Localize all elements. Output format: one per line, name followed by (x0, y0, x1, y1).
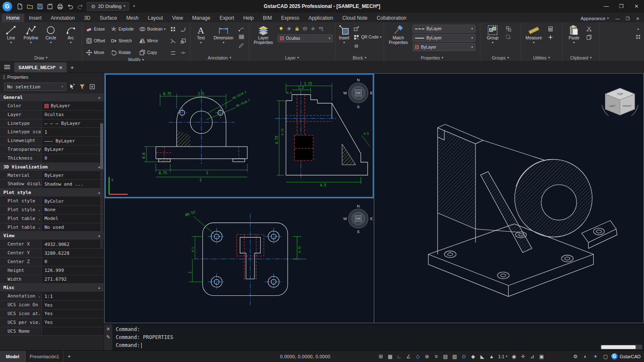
props-section-header[interactable]: View▲ (0, 232, 104, 240)
props-row[interactable]: Width271.6792 (0, 275, 104, 284)
ribbon-minimize-icon[interactable]: ▾ (635, 25, 642, 32)
color-control-dropdown[interactable]: ByLayer▾ (413, 25, 475, 33)
navigation-compass[interactable]: TOP N S W E (343, 204, 373, 234)
close-button[interactable]: ✕ (629, 0, 644, 13)
settings-gear-icon[interactable]: ⚙ (571, 352, 580, 361)
array-icon[interactable] (169, 26, 177, 33)
linetype-control-dropdown[interactable]: ByLayer▾ (413, 34, 475, 42)
properties-scrollbar[interactable] (100, 123, 103, 249)
layer-dropdown[interactable]: Ocultas ▾ (278, 34, 333, 42)
paste-button[interactable]: Paste▾ (565, 23, 583, 44)
tab-mesh[interactable]: Mesh (122, 14, 143, 22)
props-row[interactable]: Center X4932.9062 (0, 240, 104, 249)
copy-clip-icon[interactable] (585, 34, 592, 41)
ribbon-options-icon[interactable] (635, 34, 642, 41)
props-row[interactable]: Plot table ...No used (0, 223, 104, 232)
panel-label-properties[interactable]: Properties▾ (384, 54, 480, 61)
layer-isolate-icon[interactable] (301, 25, 309, 32)
tab-layout[interactable]: Layout (143, 14, 167, 22)
layer-off-icon[interactable] (309, 25, 317, 32)
transparency-icon[interactable]: ▨ (450, 352, 459, 361)
props-row[interactable]: Shadow displayShadow and ... (0, 180, 104, 189)
panel-label-annotation[interactable]: Annotation▾ (190, 54, 249, 61)
workspace-switcher[interactable]: 2D Drafting ▾ (87, 2, 129, 11)
props-row[interactable]: Annotation ...1:1 (0, 292, 104, 301)
undo-icon[interactable] (65, 2, 75, 11)
group-edit-icon[interactable] (505, 34, 512, 41)
markup-icon[interactable] (238, 41, 245, 48)
restore-button[interactable]: ❐ (614, 0, 629, 13)
boolean-button[interactable]: Boolean▾ (138, 25, 168, 33)
move-button[interactable]: Move (84, 49, 107, 57)
text-button[interactable]: A Text▾ (192, 23, 209, 44)
qr-code-button[interactable]: QR Code▾ (353, 34, 382, 41)
tab-surface[interactable]: Surface (95, 14, 122, 22)
props-section-header[interactable]: Misc▲ (0, 284, 104, 292)
props-row[interactable]: Center Y3280.6228 (0, 249, 104, 258)
tab-export[interactable]: Export (215, 14, 239, 22)
lineweight-display-icon[interactable]: ▤ (441, 352, 450, 361)
multileader-icon[interactable] (238, 25, 245, 32)
viewport-3d[interactable]: TOP LEFT FRONT (374, 74, 643, 323)
polyline-button[interactable]: Polyline▾ (22, 23, 40, 44)
object-snap-tracking-icon[interactable]: ⊕ (423, 352, 431, 361)
calculator-icon[interactable] (547, 25, 554, 32)
panel-label-clipboard[interactable]: Clipboard▾ (563, 54, 599, 61)
props-row[interactable]: Thickness0 (0, 154, 104, 163)
close-command-icon[interactable]: ✕ (106, 327, 110, 331)
open-file-icon[interactable] (25, 2, 35, 11)
tab-collaboration[interactable]: Collaboration (372, 14, 411, 22)
props-row[interactable]: UCS per vie...Yes (0, 318, 104, 327)
viewport-top-view[interactable]: Ø0.53 0.5 2 0.75 TOP (105, 199, 374, 323)
match-properties-button[interactable]: Match Properties (386, 23, 410, 45)
select-objects-icon[interactable] (68, 83, 76, 91)
measure-button[interactable]: Measure▾ (523, 23, 545, 44)
polar-tracking-icon[interactable]: ∠ (404, 352, 413, 361)
tab-3d[interactable]: 3D (79, 14, 95, 22)
panel-label-groups[interactable]: Groups▾ (480, 54, 520, 61)
tab-annotation[interactable]: Annotation (46, 14, 79, 22)
doc-restore-icon[interactable]: ❐ (623, 15, 632, 22)
selection-cycling-icon[interactable]: ⊙ (460, 352, 468, 361)
dynamic-ucs-icon[interactable]: ◣ (478, 352, 487, 361)
tab-express[interactable]: Express (276, 14, 304, 22)
props-section-header[interactable]: General▲ (0, 93, 104, 102)
layer-freeze-icon[interactable] (286, 25, 293, 32)
tab-application[interactable]: Application (304, 14, 338, 22)
props-row[interactable]: Plot style ...None (0, 206, 104, 215)
layer-properties-button[interactable]: Layer Properties (251, 23, 275, 45)
props-section-header[interactable]: 3D Visualization▲ (0, 163, 104, 171)
table-icon[interactable] (238, 33, 245, 40)
props-row[interactable]: Plot styleByColor (0, 197, 104, 206)
annotation-scale-control[interactable]: 1:1▾ (496, 354, 509, 359)
snap-mode-icon[interactable]: ▦ (386, 352, 395, 361)
tab-manage[interactable]: Manage (187, 14, 215, 22)
mirror-button[interactable]: Mirror (138, 37, 168, 45)
quick-select-icon[interactable] (78, 83, 86, 91)
save-icon[interactable] (35, 2, 45, 11)
props-row[interactable]: Plot table ...Model (0, 215, 104, 223)
quick-toolbar-more-icon[interactable]: ▾ (129, 2, 139, 11)
offset-button[interactable]: Offset (84, 37, 107, 45)
command-scrollbar[interactable] (600, 345, 642, 349)
gstarcad-logo-icon[interactable]: G (3, 2, 12, 11)
tab-help[interactable]: Help (239, 14, 258, 22)
save-all-icon[interactable] (45, 2, 55, 11)
rotate-button[interactable]: Rotate (109, 49, 136, 57)
break-icon[interactable] (179, 49, 187, 56)
fillet-icon[interactable] (179, 26, 187, 33)
menu-hamburger-icon[interactable] (0, 61, 14, 72)
props-row[interactable]: Linetype— — — ByLayer (0, 119, 104, 128)
grid-display-icon[interactable]: ⊞ (377, 352, 385, 361)
props-row[interactable]: Linetype scale1 (0, 128, 104, 137)
object-snap-icon[interactable]: ◇ (413, 352, 422, 361)
circle-button[interactable]: Circle▾ (42, 23, 60, 44)
props-row[interactable]: Height126.999 (0, 266, 104, 275)
tab-cloud-note[interactable]: Cloud Note (338, 14, 372, 22)
3d-object-snap-icon[interactable]: ◆ (469, 352, 478, 361)
isolate-objects-icon[interactable]: ◐ (581, 352, 590, 361)
id-point-icon[interactable] (547, 34, 554, 41)
viewport-front-side[interactable]: 0.75 2.5 R0.62±0.2 R0.41±0.2 0.6 0.75 3 … (105, 74, 374, 198)
explode-button[interactable]: Explode (109, 25, 136, 33)
panel-label-draw[interactable]: Draw▾ (0, 54, 82, 61)
